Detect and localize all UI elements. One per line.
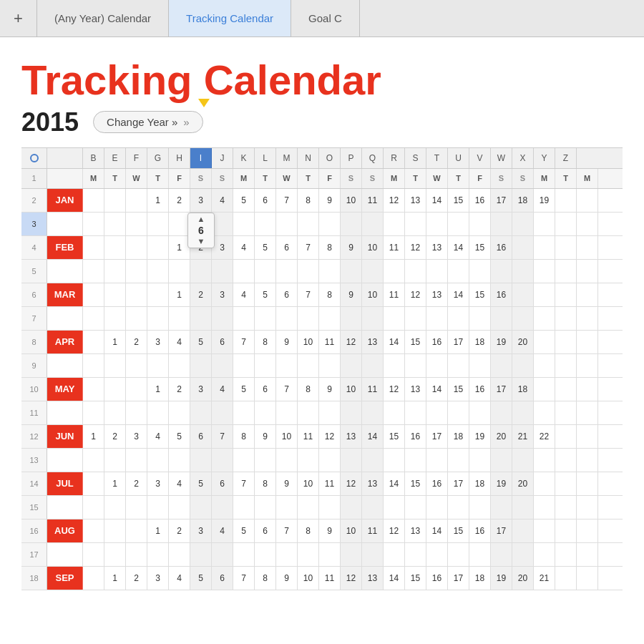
day-cell-JUL-r15-c17[interactable] bbox=[448, 496, 469, 519]
day-cell-MAR-r6-c18[interactable]: 15 bbox=[469, 283, 491, 306]
day-cell-JAN-r3-c6[interactable] bbox=[212, 213, 233, 235]
day-cell-JUN-r13-c13[interactable] bbox=[362, 449, 384, 472]
day-cell-APR-r8-c7[interactable]: 7 bbox=[233, 331, 255, 353]
day-cell-MAY-r11-c13[interactable] bbox=[362, 401, 384, 424]
day-cell-JUL-r14-c11[interactable]: 11 bbox=[319, 472, 341, 495]
day-cell-AUG-r17-c18[interactable] bbox=[469, 543, 491, 566]
day-cell-APR-r8-c13[interactable]: 13 bbox=[362, 331, 384, 353]
day-cell-AUG-r17-c4[interactable] bbox=[169, 543, 190, 566]
day-cell-FEB-r4-c10[interactable]: 7 bbox=[298, 236, 319, 259]
day-cell-SEP-r18-c12[interactable]: 12 bbox=[341, 567, 362, 590]
day-cell-JAN-r3-c10[interactable] bbox=[298, 213, 319, 235]
day-cell-AUG-r17-c23[interactable] bbox=[577, 543, 598, 566]
day-cell-MAR-r6-c15[interactable]: 12 bbox=[405, 283, 426, 306]
day-cell-JAN-r3-c9[interactable] bbox=[276, 213, 298, 235]
day-cell-JUN-r13-c16[interactable] bbox=[426, 449, 448, 472]
day-cell-JAN-r2-c15[interactable]: 13 bbox=[405, 189, 426, 212]
day-cell-AUG-r17-c16[interactable] bbox=[426, 543, 448, 566]
day-cell-MAR-r7-c22[interactable] bbox=[555, 307, 577, 330]
day-cell-AUG-r16-c6[interactable]: 4 bbox=[212, 519, 233, 542]
day-cell-JAN-r3-c19[interactable] bbox=[491, 213, 512, 235]
day-cell-FEB-r4-c19[interactable]: 16 bbox=[491, 236, 512, 259]
day-cell-JUL-r14-c12[interactable]: 12 bbox=[341, 472, 362, 495]
day-cell-APR-r9-c6[interactable] bbox=[212, 354, 233, 377]
day-cell-JUN-r12-c6[interactable]: 7 bbox=[212, 425, 233, 448]
day-cell-AUG-r16-c16[interactable]: 14 bbox=[426, 519, 448, 542]
day-cell-SEP-r18-c16[interactable]: 16 bbox=[426, 567, 448, 590]
day-cell-MAY-r10-c13[interactable]: 11 bbox=[362, 378, 384, 401]
day-cell-APR-r8-c6[interactable]: 6 bbox=[212, 331, 233, 353]
day-cell-JUL-r15-c7[interactable] bbox=[233, 496, 255, 519]
day-cell-APR-r8-c8[interactable]: 8 bbox=[255, 331, 276, 353]
day-cell-JAN-r2-c13[interactable]: 11 bbox=[362, 189, 384, 212]
day-cell-AUG-r17-c3[interactable] bbox=[147, 543, 169, 566]
day-cell-JUL-r14-c2[interactable]: 2 bbox=[126, 472, 147, 495]
change-year-button[interactable]: Change Year » bbox=[93, 111, 203, 133]
day-cell-JUL-r15-c22[interactable] bbox=[555, 496, 577, 519]
day-cell-MAY-r10-c3[interactable]: 1 bbox=[147, 378, 169, 401]
day-cell-MAY-r10-c2[interactable] bbox=[126, 378, 147, 401]
day-cell-MAR-r7-c20[interactable] bbox=[512, 307, 534, 330]
day-cell-JUN-r13-c10[interactable] bbox=[298, 449, 319, 472]
day-cell-SEP-r18-c22[interactable] bbox=[555, 567, 577, 590]
day-cell-MAY-r10-c7[interactable]: 5 bbox=[233, 378, 255, 401]
day-cell-SEP-r18-c2[interactable]: 2 bbox=[126, 567, 147, 590]
day-cell-MAY-r10-c10[interactable]: 8 bbox=[298, 378, 319, 401]
day-cell-JAN-r2-c20[interactable]: 18 bbox=[512, 189, 534, 212]
day-cell-MAY-r11-c20[interactable] bbox=[512, 401, 534, 424]
day-cell-JUL-r15-c16[interactable] bbox=[426, 496, 448, 519]
day-cell-JUL-r14-c3[interactable]: 3 bbox=[147, 472, 169, 495]
day-cell-MAY-r11-c2[interactable] bbox=[126, 401, 147, 424]
day-cell-AUG-r17-c2[interactable] bbox=[126, 543, 147, 566]
day-cell-JAN-r3-c16[interactable] bbox=[426, 213, 448, 235]
day-cell-FEB-r5-c10[interactable] bbox=[298, 260, 319, 283]
day-cell-AUG-r16-c21[interactable] bbox=[534, 519, 555, 542]
day-cell-JUL-r14-c20[interactable]: 20 bbox=[512, 472, 534, 495]
col-header-S[interactable]: S bbox=[405, 148, 426, 168]
day-cell-MAR-r6-c3[interactable] bbox=[147, 283, 169, 306]
day-cell-JUN-r13-c3[interactable] bbox=[147, 449, 169, 472]
day-cell-MAY-r11-c1[interactable] bbox=[104, 401, 126, 424]
col-header-M[interactable]: M bbox=[276, 148, 298, 168]
day-cell-APR-r9-c19[interactable] bbox=[491, 354, 512, 377]
day-cell-MAY-r11-c18[interactable] bbox=[469, 401, 491, 424]
day-cell-FEB-r4-c16[interactable]: 13 bbox=[426, 236, 448, 259]
day-cell-FEB-r4-c3[interactable] bbox=[147, 236, 169, 259]
day-cell-FEB-r4-c12[interactable]: 9 bbox=[341, 236, 362, 259]
day-cell-FEB-r5-c17[interactable] bbox=[448, 260, 469, 283]
day-cell-JAN-r2-c22[interactable] bbox=[555, 189, 577, 212]
day-cell-AUG-r16-c22[interactable] bbox=[555, 519, 577, 542]
day-cell-AUG-r17-c10[interactable] bbox=[298, 543, 319, 566]
day-cell-SEP-r18-c7[interactable]: 7 bbox=[233, 567, 255, 590]
day-cell-JAN-r3-c0[interactable] bbox=[83, 213, 104, 235]
day-cell-JUN-r12-c13[interactable]: 14 bbox=[362, 425, 384, 448]
day-cell-JUN-r12-c21[interactable]: 22 bbox=[534, 425, 555, 448]
day-cell-JAN-r3-c18[interactable] bbox=[469, 213, 491, 235]
day-cell-MAR-r7-c4[interactable] bbox=[169, 307, 190, 330]
day-cell-MAR-r6-c17[interactable]: 14 bbox=[448, 283, 469, 306]
day-cell-FEB-r4-c2[interactable] bbox=[126, 236, 147, 259]
day-cell-SEP-r18-c13[interactable]: 13 bbox=[362, 567, 384, 590]
day-cell-MAY-r11-c4[interactable] bbox=[169, 401, 190, 424]
day-cell-JUL-r14-c21[interactable] bbox=[534, 472, 555, 495]
day-cell-FEB-r5-c6[interactable] bbox=[212, 260, 233, 283]
day-cell-MAR-r7-c17[interactable] bbox=[448, 307, 469, 330]
day-cell-APR-r9-c1[interactable] bbox=[104, 354, 126, 377]
col-header-B[interactable]: B bbox=[83, 148, 104, 168]
day-cell-MAY-r10-c15[interactable]: 13 bbox=[405, 378, 426, 401]
day-cell-JAN-r3-c21[interactable] bbox=[534, 213, 555, 235]
day-cell-MAY-r11-c3[interactable] bbox=[147, 401, 169, 424]
day-cell-APR-r8-c19[interactable]: 19 bbox=[491, 331, 512, 353]
day-cell-FEB-r5-c20[interactable] bbox=[512, 260, 534, 283]
day-cell-JUN-r13-c1[interactable] bbox=[104, 449, 126, 472]
day-cell-MAR-r6-c23[interactable] bbox=[577, 283, 598, 306]
day-cell-JAN-r3-c11[interactable] bbox=[319, 213, 341, 235]
day-cell-FEB-r5-c15[interactable] bbox=[405, 260, 426, 283]
day-cell-APR-r8-c12[interactable]: 12 bbox=[341, 331, 362, 353]
day-cell-JUN-r13-c11[interactable] bbox=[319, 449, 341, 472]
day-cell-JUN-r12-c3[interactable]: 4 bbox=[147, 425, 169, 448]
day-cell-JAN-r2-c11[interactable]: 9 bbox=[319, 189, 341, 212]
day-cell-AUG-r17-c8[interactable] bbox=[255, 543, 276, 566]
day-cell-FEB-r5-c22[interactable] bbox=[555, 260, 577, 283]
day-cell-SEP-r18-c4[interactable]: 4 bbox=[169, 567, 190, 590]
